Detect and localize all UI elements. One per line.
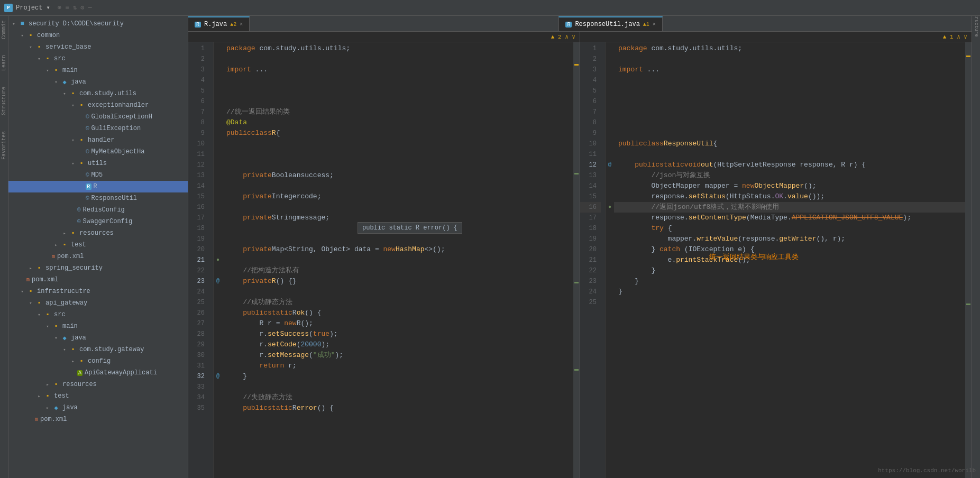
tree-globalexception[interactable]: © GlobalExceptionH — [8, 111, 188, 123]
gutter-mark-4 — [574, 369, 579, 371]
code-line-2 — [222, 54, 573, 65]
tree-mymetaobject[interactable]: © MyMetaObjectHa — [8, 146, 188, 158]
right-tab-structure[interactable]: Structure — [973, 20, 980, 27]
spacer — [70, 370, 76, 376]
tree-service-base[interactable]: ▾ ▪ service_base — [8, 41, 188, 53]
rcode-line-15: response.setStatus(HttpStatus.OK.value()… — [614, 191, 965, 202]
tree-src[interactable]: ▾ ▪ src — [8, 53, 188, 65]
code-line-25: //成功静态方法 — [222, 297, 573, 308]
left-tab-learn[interactable]: Learn — [1, 55, 7, 71]
code-content-right[interactable]: package com.study.utils.utils; import ..… — [614, 42, 965, 478]
tree-test[interactable]: ▸ ▪ test — [8, 239, 188, 251]
gutter-line-14 — [214, 181, 222, 191]
folder-icon: ◆ — [60, 78, 69, 86]
project-label[interactable]: Project ▾ — [16, 4, 50, 12]
tree-comstudygateway[interactable]: ▾ ▪ com.study.gateway — [8, 344, 188, 355]
tab-r-java[interactable]: R R.java ▲2 × — [188, 16, 250, 31]
tree-common[interactable]: ▾ ▪ common — [8, 30, 188, 41]
left-tab-commit[interactable]: Commit — [1, 20, 7, 39]
tree-utils[interactable]: ▾ ▪ utils — [8, 158, 188, 169]
line-num-21: 21 — [188, 255, 209, 265]
gutter-line-2 — [214, 54, 222, 65]
tree-pom-servicebase[interactable]: m pom.xml — [8, 251, 188, 262]
tree-main[interactable]: ▾ ▪ main — [8, 65, 188, 76]
line-num-1: 1 — [188, 43, 209, 54]
tab-ru-close[interactable]: × — [653, 22, 656, 27]
tree-label-config: config — [88, 357, 111, 365]
gutter-line-19 — [214, 234, 222, 244]
code-area-left[interactable]: 1 2 3 4 5 6 7 8 9 10 11 12 13 14 — [188, 42, 580, 478]
chevron-down-icon: ▾ — [61, 90, 68, 97]
tree-label-java: java — [71, 78, 86, 86]
folder-icon: ▪ — [43, 310, 52, 319]
left-tab-favorites[interactable]: Favorites — [1, 131, 7, 160]
tab-r-close[interactable]: × — [240, 22, 243, 27]
tab-r-icon: R — [195, 22, 201, 27]
code-line-27: R r = new R(); — [222, 318, 573, 329]
tree-config[interactable]: ▸ ▪ config — [8, 355, 188, 367]
folder-icon: ▪ — [26, 31, 35, 40]
tree-resources-gateway[interactable]: ▸ ▪ resources — [8, 379, 188, 390]
rline-num-12: 12 — [580, 160, 601, 170]
folder-icon: ▪ — [35, 299, 43, 307]
tree-handler[interactable]: ▾ ▪ handler — [8, 134, 188, 146]
tree-infrastructure[interactable]: ▾ ▪ infrastrucutre — [8, 286, 188, 297]
rline-num-6: 6 — [580, 96, 601, 107]
line-num-12: 12 — [188, 160, 209, 170]
tree-label-utils: utils — [88, 160, 107, 167]
rgutter-line-20 — [606, 244, 614, 255]
tree-src-gateway[interactable]: ▾ ▪ src — [8, 309, 188, 320]
tree-pom-gateway[interactable]: m pom.xml — [8, 413, 188, 425]
rgutter-line-1 — [606, 43, 614, 54]
line-num-29: 29 — [188, 339, 209, 350]
left-tab-structure[interactable]: Structure — [1, 87, 7, 115]
tree-java-test[interactable]: ▸ ◆ java — [8, 402, 188, 413]
tree-label-infrastructure: infrastrucutre — [37, 288, 90, 295]
code-line-21 — [222, 255, 573, 265]
tree-label-common: common — [37, 32, 60, 39]
tab-r-label: R.java — [204, 21, 227, 28]
code-area-right[interactable]: 1 2 3 4 5 6 7 8 9 10 11 12 13 14 — [580, 42, 972, 478]
tree-comstudy[interactable]: ▾ ▪ com.study.utils — [8, 88, 188, 99]
tree-springsecurity[interactable]: ▸ ▪ spring_security — [8, 262, 188, 274]
tree-test-gateway[interactable]: ▸ ▪ test — [8, 390, 188, 402]
tree-project-root[interactable]: ▾ ■ security D:\CODE\security — [8, 18, 188, 30]
rcode-line-7 — [614, 107, 965, 117]
file-tree: ▾ ■ security D:\CODE\security ▾ ▪ common… — [8, 16, 188, 478]
folder-icon: ◆ — [52, 403, 60, 412]
rcode-line-14: ObjectMapper mapper = new ObjectMapper()… — [614, 181, 965, 191]
tree-main-gateway[interactable]: ▾ ▪ main — [8, 320, 188, 332]
chevron-down-icon: ▾ — [70, 137, 76, 143]
code-content-left[interactable]: package com.study.utils.utils; import ..… — [222, 42, 573, 478]
rline-num-10: 10 — [580, 139, 601, 149]
code-line-17: private String message; — [222, 213, 573, 223]
tab-responseutil-java[interactable]: R ResponseUtil.java ▲1 × — [558, 16, 662, 31]
tree-r-file[interactable]: R R — [8, 181, 188, 192]
tree-swaggerconfig[interactable]: © SwaggerConfig — [8, 216, 188, 227]
tree-label-java-test: java — [62, 404, 78, 411]
gutter-line-6 — [214, 96, 222, 107]
file-xml-icon: m — [52, 254, 55, 260]
tree-java-gateway[interactable]: ▾ ◆ java — [8, 332, 188, 344]
tree-apigateway[interactable]: ▾ ▪ api_gateway — [8, 297, 188, 309]
tree-java[interactable]: ▾ ◆ java — [8, 76, 188, 88]
folder-icon: ▪ — [77, 101, 86, 109]
tree-label-src: src — [54, 55, 66, 62]
tree-redisconfig[interactable]: © RedisConfig — [8, 204, 188, 216]
tree-responseutil[interactable]: © ResponseUtil — [8, 192, 188, 204]
tree-exceptionhandler[interactable]: ▾ ▪ exceptionhandler — [8, 99, 188, 111]
gutter-line-17 — [214, 213, 222, 223]
chevron-down-icon: ▾ — [44, 323, 51, 329]
tree-apigatewayapp[interactable]: A ApiGatewayApplicati — [8, 367, 188, 379]
tree-guliexception[interactable]: © GuliException — [8, 123, 188, 134]
chevron-down-icon: ▾ — [36, 56, 42, 62]
rline-num-7: 7 — [580, 107, 601, 117]
tree-md5[interactable]: © MD5 — [8, 169, 188, 181]
rcode-line-19: mapper.writeValue(response.getWriter(), … — [614, 234, 965, 244]
gutter-line-9 — [214, 128, 222, 139]
tree-label-main-gateway: main — [62, 323, 78, 330]
gutter-line-23: @ — [214, 276, 222, 287]
tree-pom-common[interactable]: m pom.xml — [8, 274, 188, 286]
title-bar: P Project ▾ ⊕ ≡ ⇅ ⚙ — — [0, 0, 980, 16]
tree-resources[interactable]: ▸ ▪ resources — [8, 227, 188, 239]
